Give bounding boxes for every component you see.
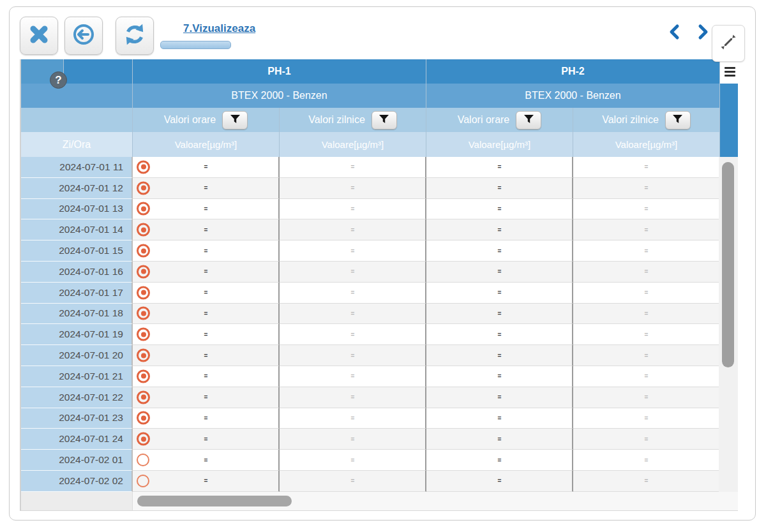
- scroll-header-cell: [720, 132, 738, 157]
- help-icon[interactable]: ?: [50, 71, 67, 89]
- value-glyph: =: [351, 352, 354, 359]
- row-time: 2024-07-02 01: [21, 450, 133, 471]
- value-glyph: =: [204, 248, 207, 255]
- horizontal-scrollbar[interactable]: [21, 492, 738, 511]
- cell-ph1-orare: =: [133, 324, 280, 345]
- value-glyph: =: [351, 226, 354, 233]
- cell-ph2-zilnice: =: [573, 157, 720, 178]
- filter-button[interactable]: [372, 111, 397, 129]
- header-row-parameter: BTEX 2000 - Benzen BTEX 2000 - Benzen: [21, 84, 738, 108]
- cell-ph2-zilnice: =: [573, 324, 720, 345]
- col-label: Valori zilnice: [602, 114, 659, 126]
- value-glyph: =: [645, 331, 648, 338]
- table-row: 2024-07-01 11 = = = =: [21, 157, 738, 178]
- parameter-header-ph1: BTEX 2000 - Benzen: [133, 84, 426, 108]
- value-glyph: =: [204, 310, 207, 317]
- toolbar: 7.Vizualizeaza: [10, 7, 755, 59]
- value-glyph: =: [498, 205, 501, 212]
- view-step-link[interactable]: 7.Vizualizeaza: [183, 22, 255, 35]
- cell-ph2-orare: =: [426, 262, 573, 283]
- cell-ph2-orare: =: [426, 450, 573, 471]
- value-glyph: =: [204, 289, 207, 296]
- cell-ph2-orare: =: [426, 178, 573, 199]
- cell-ph1-orare: =: [133, 283, 280, 304]
- col-header-ph1-orare: Valori orare: [133, 108, 280, 132]
- row-time: 2024-07-01 11: [21, 157, 133, 178]
- cell-ph2-zilnice: =: [573, 366, 720, 387]
- value-glyph: =: [351, 268, 354, 275]
- table-row: 2024-07-01 13 = = = =: [21, 199, 738, 220]
- status-marker-icon: [137, 160, 150, 174]
- value-glyph: =: [204, 163, 207, 170]
- row-time: 2024-07-01 24: [21, 429, 133, 450]
- cell-ph1-orare: =: [133, 429, 280, 450]
- value-glyph: =: [645, 394, 648, 401]
- filter-button[interactable]: [665, 111, 691, 129]
- value-glyph: =: [645, 436, 648, 443]
- horizontal-scrollbar-corner: [21, 492, 133, 511]
- value-glyph: =: [645, 310, 648, 317]
- value-glyph: =: [498, 184, 501, 191]
- value-glyph: =: [498, 477, 501, 484]
- station-header-ph2: PH-2: [426, 59, 720, 84]
- row-time: 2024-07-01 13: [21, 199, 133, 220]
- cell-ph1-orare: =: [133, 366, 280, 387]
- cell-ph1-zilnice: =: [280, 283, 426, 304]
- close-icon: [28, 24, 50, 48]
- vertical-scrollbar[interactable]: [719, 157, 738, 492]
- next-button[interactable]: [694, 24, 710, 40]
- value-column-header: Valoare[µg/m³]: [133, 132, 280, 157]
- cell-ph1-zilnice: =: [280, 262, 426, 283]
- status-marker-icon: [137, 390, 150, 404]
- prev-button[interactable]: [667, 24, 684, 40]
- cell-ph2-zilnice: =: [573, 178, 720, 199]
- value-glyph: =: [204, 373, 207, 380]
- cell-ph2-zilnice: =: [573, 387, 720, 408]
- table-menu-button[interactable]: [720, 59, 738, 84]
- row-time: 2024-07-01 14: [21, 219, 133, 240]
- refresh-button[interactable]: [116, 17, 154, 55]
- back-button[interactable]: [64, 17, 103, 55]
- value-glyph: =: [498, 268, 501, 275]
- cell-ph1-orare: =: [133, 240, 280, 262]
- value-glyph: =: [204, 477, 207, 484]
- cell-ph2-zilnice: =: [573, 219, 720, 240]
- cell-ph2-orare: =: [426, 324, 573, 345]
- horizontal-scrollbar-thumb[interactable]: [137, 496, 292, 506]
- row-time: 2024-07-01 18: [21, 304, 133, 325]
- value-glyph: =: [351, 289, 354, 296]
- parameter-corner-cell: [21, 84, 133, 108]
- cell-ph2-orare: =: [426, 408, 573, 429]
- close-button[interactable]: [20, 17, 58, 55]
- value-glyph: =: [351, 415, 354, 422]
- table-row: 2024-07-01 22 = = = =: [21, 387, 738, 408]
- filter-button[interactable]: [516, 111, 541, 129]
- row-time: 2024-07-01 21: [21, 366, 133, 387]
- row-time: 2024-07-01 20: [21, 345, 133, 366]
- cell-ph1-zilnice: =: [280, 387, 426, 408]
- corner-cell-right: [64, 59, 132, 84]
- cell-ph1-zilnice: =: [280, 240, 426, 262]
- table-row: 2024-07-01 16 = = = =: [21, 262, 738, 283]
- cell-ph1-zilnice: =: [280, 366, 426, 387]
- value-glyph: =: [204, 205, 207, 212]
- filter-button[interactable]: [222, 111, 248, 129]
- row-time: 2024-07-02 02: [21, 471, 133, 492]
- cell-ph2-zilnice: =: [573, 408, 720, 429]
- chevron-right-icon: [694, 31, 710, 42]
- value-glyph: =: [351, 248, 354, 255]
- status-marker-icon: [137, 223, 150, 237]
- row-time: 2024-07-01 17: [21, 283, 133, 304]
- vertical-scrollbar-thumb[interactable]: [722, 162, 734, 367]
- value-glyph: =: [351, 477, 354, 484]
- cell-ph2-orare: =: [426, 429, 573, 450]
- status-marker-icon: [137, 475, 149, 487]
- value-glyph: =: [351, 394, 354, 401]
- valuetype-corner-cell: [21, 108, 133, 132]
- table-menu-cell: [720, 59, 738, 84]
- fullscreen-button[interactable]: [712, 25, 745, 62]
- value-glyph: =: [351, 310, 354, 317]
- cell-ph2-orare: =: [426, 345, 573, 366]
- cell-ph1-orare: =: [133, 157, 280, 178]
- col-label: Valori zilnice: [308, 114, 365, 126]
